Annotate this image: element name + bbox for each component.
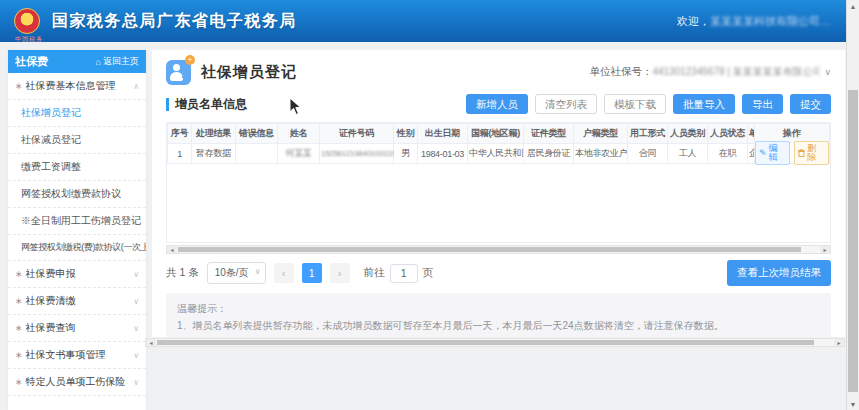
staff-table: 序号 处理结果 错误信息 姓名 证件号码 性别 出生日期 国籍(地区籍) 证件类… [166,122,831,243]
row-operations: ✎ 编辑 删除 [754,143,830,164]
cell-xingming: 何某某 [278,144,320,164]
plus-badge-icon: + [185,55,195,65]
scroll-down-icon[interactable]: ▼ [847,398,859,410]
next-page-button[interactable]: › [330,263,350,283]
cell-xingbie: 男 [394,144,418,164]
sidebar-group-wenshu[interactable]: ∗ 社保文书事项管理 ∨ [8,342,146,369]
tips-line2: 2、增员完成后，请务必尽快【查看上次增员结果】并处理其中失败的数据。 [177,334,820,337]
unit-shebao-value: 4413012345678 | 某某某某某有限公司 [652,65,820,79]
page-size-select[interactable]: 10条/页 ∨ [207,262,266,284]
col-renyuan-zhuangtai: 人员状态 [708,124,748,144]
goto-page-input[interactable] [390,264,418,283]
current-page-button[interactable]: 1 [302,263,322,283]
col-zhengjian-leixing: 证件类型 [524,124,574,144]
sidebar-item-label: 社保减员登记 [21,133,81,147]
bullet-icon: ∗ [15,377,23,387]
cell-renyuan-leibie: 工人 [668,144,708,164]
main-content-card: + 社保增员登记 单位社保号： 4413012345678 | 某某某某某有限公… [152,50,845,337]
prev-page-button[interactable]: ‹ [274,263,294,283]
unit-shebao-select[interactable]: 单位社保号： 4413012345678 | 某某某某某有限公司 ∨ [589,65,831,79]
table-horizontal-scrollbar[interactable]: ◂ ▸ [166,245,831,254]
sidebar-group-basic-info[interactable]: ∗ 社保费基本信息管理 ∧ [8,73,146,100]
delete-row-button[interactable]: 删除 [794,141,829,165]
return-home-link[interactable]: ⌂ 返回主页 [96,55,139,68]
cell-zhengjian-leixing: 居民身份证 [524,144,574,164]
sidebar-item-wangqian-xieyi[interactable]: 网签授权划缴费款协议 [8,181,146,208]
scrollbar-track[interactable] [156,339,834,346]
sidebar-item-label: 网签授权划缴税(费)款协议(一次上门) [21,241,146,254]
table-row: 1 暂存数据 何某某 152561219840103111 男 1984-01-… [168,144,766,164]
scroll-left-icon[interactable]: ◂ [167,246,177,253]
edit-label: 编辑 [769,144,787,162]
edit-row-button[interactable]: ✎ 编辑 [755,141,790,165]
bullet-icon: ∗ [15,323,23,333]
chevron-down-icon: ∨ [131,324,139,333]
col-zhengjian-haoma: 证件号码 [320,124,394,144]
table-header-row: 序号 处理结果 错误信息 姓名 证件号码 性别 出生日期 国籍(地区籍) 证件类… [168,124,766,144]
chevron-down-icon: ∨ [131,378,139,387]
sidebar-group-label: 社保费基本信息管理 [26,79,116,93]
col-chusheng-riqi: 出生日期 [418,124,468,144]
welcome-prefix: 欢迎， [677,14,710,29]
sidebar-group-label: 社保费查询 [26,321,76,335]
sidebar-group-label: 特定人员单项工伤保险 [26,375,126,389]
goto-prefix: 前往 [364,266,385,280]
scroll-up-icon[interactable]: ▲ [847,0,859,12]
col-xuhao: 序号 [168,124,192,144]
sidebar-group-shenbao[interactable]: ∗ 社保费申报 ∨ [8,261,146,288]
app-title: 国家税务总局广东省电子税务局 [52,11,297,32]
view-last-result-button[interactable]: 查看上次增员结果 [727,260,831,286]
scroll-left-icon[interactable]: ◂ [146,339,156,346]
scroll-right-icon[interactable]: ▸ [834,339,844,346]
sidebar-group-chaxun[interactable]: ∗ 社保费查询 ∨ [8,315,146,342]
sidebar-group-teding-renyuan[interactable]: ∗ 特定人员单项工伤保险 ∨ [8,369,146,396]
sidebar-item-shebao-jianyuan[interactable]: 社保减员登记 [8,127,146,154]
welcome-company-name: 某某某某科技有限公司… [710,14,831,29]
scrollbar-thumb[interactable] [178,247,801,252]
sidebar-item-label: 缴费工资调整 [21,160,81,174]
sidebar-group-label: 社保费申报 [26,267,76,281]
bullet-icon: ∗ [15,296,23,306]
toolbar-buttons: 新增人员 清空列表 模板下载 批量导入 导出 提交 [466,94,831,115]
bullet-icon: ∗ [15,350,23,360]
chevron-down-icon: ∨ [824,67,831,77]
scrollbar-track[interactable] [177,246,820,253]
add-person-icon: + [166,60,191,85]
export-button[interactable]: 导出 [742,94,783,115]
content-horizontal-scrollbar[interactable]: ◂ ▸ [145,338,845,347]
sidebar-item-jiaofei-gongzi[interactable]: 缴费工资调整 [8,154,146,181]
bullet-icon: ∗ [15,269,23,279]
col-xingming: 姓名 [278,124,320,144]
cell-yonggong-xingshi: 合同 [628,144,668,164]
page-vertical-scrollbar[interactable]: ▲ ▼ [846,0,859,410]
return-home-label: 返回主页 [103,55,139,68]
national-emblem-logo: ★ 中国税务 [14,8,40,34]
scroll-right-icon[interactable]: ▸ [820,246,830,253]
template-download-button[interactable]: 模板下载 [604,94,666,115]
batch-import-button[interactable]: 批量导入 [673,94,735,115]
add-person-button[interactable]: 新增人员 [466,94,528,115]
app-header: ★ 中国税务 国家税务总局广东省电子税务局 欢迎， 某某某某科技有限公司… [0,0,859,42]
welcome-text: 欢迎， 某某某某科技有限公司… [677,14,831,29]
sidebar-item-shebao-zengyuan[interactable]: 社保增员登记 [8,100,146,127]
chevron-down-icon: ∨ [131,297,139,306]
pencil-icon: ✎ [759,149,767,158]
page-body: 社保费 ⌂ 返回主页 ∗ 社保费基本信息管理 ∧ 社保增员登记 社保减员登记 缴… [0,42,846,410]
sidebar-item-wangqian-yicishangmen[interactable]: 网签授权划缴税(费)款协议(一次上门) [8,235,146,261]
scrollbar-thumb[interactable] [848,90,858,392]
col-guoji: 国籍(地区籍) [468,124,524,144]
sidebar-item-gongshang-zengyuan[interactable]: ※全日制用工工伤增员登记 [8,208,146,235]
scrollbar-thumb[interactable] [157,340,814,345]
col-huji-leixing: 户籍类型 [574,124,628,144]
sidebar-item-label: ※全日制用工工伤增员登记 [21,214,141,228]
submit-button[interactable]: 提交 [790,94,831,115]
chevron-down-icon: ∨ [131,270,139,279]
cell-huji-leixing: 本地非农业户口 [574,144,628,164]
bullet-icon: ∗ [15,81,23,91]
page-size-value: 10条/页 [215,267,249,278]
clear-list-button[interactable]: 清空列表 [535,94,597,115]
col-xingbie: 性别 [394,124,418,144]
sidebar-group-qingjiao[interactable]: ∗ 社保费清缴 ∨ [8,288,146,315]
col-chuli-jieguo: 处理结果 [192,124,236,144]
sidebar-item-label: 网签授权划缴费款协议 [21,187,121,201]
